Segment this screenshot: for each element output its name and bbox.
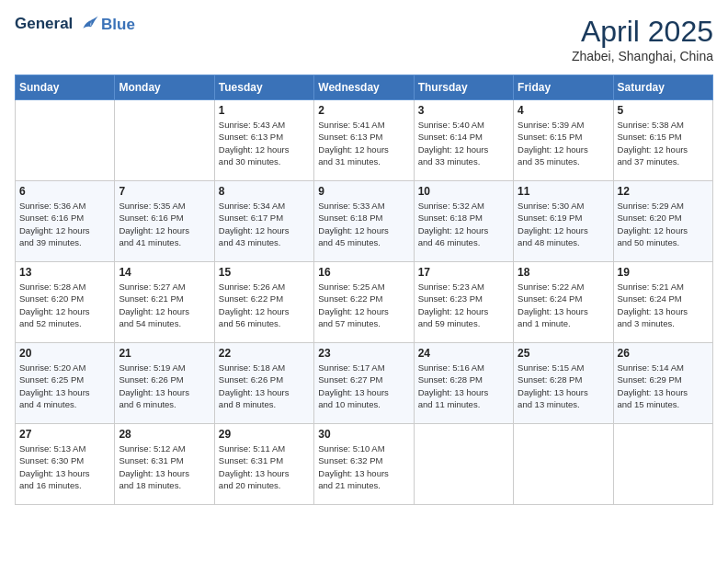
day-info-15: Sunrise: 5:26 AM Sunset: 6:22 PM Dayligh… [219, 281, 310, 329]
day-info-20: Sunrise: 5:20 AM Sunset: 6:25 PM Dayligh… [19, 362, 110, 410]
logo-text: General [15, 15, 99, 35]
title-block: April 2025 Zhabei, Shanghai, China [572, 15, 713, 63]
day-number-7: 7 [119, 185, 210, 198]
day-cell-23: 23Sunrise: 5:17 AM Sunset: 6:27 PM Dayli… [314, 343, 414, 424]
day-cell-2: 2Sunrise: 5:41 AM Sunset: 6:13 PM Daylig… [314, 100, 414, 181]
day-info-18: Sunrise: 5:22 AM Sunset: 6:24 PM Dayligh… [518, 281, 609, 329]
weekday-header-monday: Monday [115, 75, 214, 100]
day-cell-1: 1Sunrise: 5:43 AM Sunset: 6:13 PM Daylig… [214, 100, 313, 181]
day-cell-28: 28Sunrise: 5:12 AM Sunset: 6:31 PM Dayli… [115, 424, 214, 505]
day-cell-5: 5Sunrise: 5:38 AM Sunset: 6:15 PM Daylig… [613, 100, 712, 181]
day-number-21: 21 [119, 347, 210, 360]
day-number-18: 18 [518, 266, 609, 279]
day-cell-19: 19Sunrise: 5:21 AM Sunset: 6:24 PM Dayli… [613, 262, 712, 343]
day-info-7: Sunrise: 5:35 AM Sunset: 6:16 PM Dayligh… [119, 200, 210, 248]
day-cell-25: 25Sunrise: 5:15 AM Sunset: 6:28 PM Dayli… [514, 343, 613, 424]
day-cell-17: 17Sunrise: 5:23 AM Sunset: 6:23 PM Dayli… [414, 262, 513, 343]
day-cell-20: 20Sunrise: 5:20 AM Sunset: 6:25 PM Dayli… [16, 343, 115, 424]
day-number-27: 27 [19, 428, 110, 441]
day-info-8: Sunrise: 5:34 AM Sunset: 6:17 PM Dayligh… [219, 200, 310, 248]
day-cell-11: 11Sunrise: 5:30 AM Sunset: 6:19 PM Dayli… [514, 181, 613, 262]
day-number-14: 14 [119, 266, 210, 279]
day-info-1: Sunrise: 5:43 AM Sunset: 6:13 PM Dayligh… [219, 119, 310, 167]
day-cell-empty [613, 424, 712, 505]
week-row-4: 20Sunrise: 5:20 AM Sunset: 6:25 PM Dayli… [16, 343, 713, 424]
day-info-9: Sunrise: 5:33 AM Sunset: 6:18 PM Dayligh… [318, 200, 409, 248]
day-info-10: Sunrise: 5:32 AM Sunset: 6:18 PM Dayligh… [418, 200, 509, 248]
day-number-16: 16 [318, 266, 409, 279]
day-info-19: Sunrise: 5:21 AM Sunset: 6:24 PM Dayligh… [618, 281, 709, 329]
day-cell-7: 7Sunrise: 5:35 AM Sunset: 6:16 PM Daylig… [115, 181, 214, 262]
day-cell-21: 21Sunrise: 5:19 AM Sunset: 6:26 PM Dayli… [115, 343, 214, 424]
weekday-header-sunday: Sunday [16, 75, 115, 100]
day-number-20: 20 [19, 347, 110, 360]
day-info-21: Sunrise: 5:19 AM Sunset: 6:26 PM Dayligh… [119, 362, 210, 410]
day-cell-24: 24Sunrise: 5:16 AM Sunset: 6:28 PM Dayli… [414, 343, 513, 424]
day-info-3: Sunrise: 5:40 AM Sunset: 6:14 PM Dayligh… [418, 119, 509, 167]
day-info-30: Sunrise: 5:10 AM Sunset: 6:32 PM Dayligh… [318, 442, 409, 491]
location-text: Zhabei, Shanghai, China [572, 49, 713, 63]
day-cell-3: 3Sunrise: 5:40 AM Sunset: 6:14 PM Daylig… [414, 100, 513, 181]
logo: General Blue [15, 15, 135, 35]
calendar-table: SundayMondayTuesdayWednesdayThursdayFrid… [15, 75, 713, 505]
day-cell-12: 12Sunrise: 5:29 AM Sunset: 6:20 PM Dayli… [613, 181, 712, 262]
day-cell-empty [115, 100, 214, 181]
day-cell-10: 10Sunrise: 5:32 AM Sunset: 6:18 PM Dayli… [414, 181, 513, 262]
day-number-26: 26 [618, 347, 709, 360]
day-info-12: Sunrise: 5:29 AM Sunset: 6:20 PM Dayligh… [618, 200, 709, 248]
day-cell-30: 30Sunrise: 5:10 AM Sunset: 6:32 PM Dayli… [314, 424, 414, 505]
day-cell-6: 6Sunrise: 5:36 AM Sunset: 6:16 PM Daylig… [16, 181, 115, 262]
week-row-5: 27Sunrise: 5:13 AM Sunset: 6:30 PM Dayli… [16, 424, 713, 505]
week-row-3: 13Sunrise: 5:28 AM Sunset: 6:20 PM Dayli… [16, 262, 713, 343]
day-number-22: 22 [219, 347, 310, 360]
day-info-13: Sunrise: 5:28 AM Sunset: 6:20 PM Dayligh… [19, 281, 110, 329]
day-number-23: 23 [318, 347, 409, 360]
day-number-29: 29 [219, 428, 310, 441]
weekday-header-wednesday: Wednesday [314, 75, 414, 100]
day-info-22: Sunrise: 5:18 AM Sunset: 6:26 PM Dayligh… [219, 362, 310, 410]
day-info-6: Sunrise: 5:36 AM Sunset: 6:16 PM Dayligh… [19, 200, 110, 248]
weekday-header-tuesday: Tuesday [214, 75, 313, 100]
day-cell-empty [514, 424, 613, 505]
day-number-6: 6 [19, 185, 110, 198]
day-cell-empty [414, 424, 513, 505]
day-cell-16: 16Sunrise: 5:25 AM Sunset: 6:22 PM Dayli… [314, 262, 414, 343]
day-number-12: 12 [618, 185, 709, 198]
day-cell-18: 18Sunrise: 5:22 AM Sunset: 6:24 PM Dayli… [514, 262, 613, 343]
day-info-16: Sunrise: 5:25 AM Sunset: 6:22 PM Dayligh… [318, 281, 409, 329]
day-number-17: 17 [418, 266, 509, 279]
month-title: April 2025 [572, 15, 713, 49]
page-header: General Blue April 2025 Zhabei, Shanghai… [15, 15, 713, 63]
day-cell-empty [16, 100, 115, 181]
day-cell-13: 13Sunrise: 5:28 AM Sunset: 6:20 PM Dayli… [16, 262, 115, 343]
day-info-5: Sunrise: 5:38 AM Sunset: 6:15 PM Dayligh… [618, 119, 709, 167]
day-info-14: Sunrise: 5:27 AM Sunset: 6:21 PM Dayligh… [119, 281, 210, 329]
week-row-2: 6Sunrise: 5:36 AM Sunset: 6:16 PM Daylig… [16, 181, 713, 262]
day-cell-9: 9Sunrise: 5:33 AM Sunset: 6:18 PM Daylig… [314, 181, 414, 262]
day-cell-4: 4Sunrise: 5:39 AM Sunset: 6:15 PM Daylig… [514, 100, 613, 181]
weekday-header-row: SundayMondayTuesdayWednesdayThursdayFrid… [16, 75, 713, 100]
day-cell-22: 22Sunrise: 5:18 AM Sunset: 6:26 PM Dayli… [214, 343, 313, 424]
weekday-header-friday: Friday [514, 75, 613, 100]
day-cell-27: 27Sunrise: 5:13 AM Sunset: 6:30 PM Dayli… [16, 424, 115, 505]
day-number-30: 30 [318, 428, 409, 441]
day-cell-29: 29Sunrise: 5:11 AM Sunset: 6:31 PM Dayli… [214, 424, 313, 505]
logo-bird-icon [79, 15, 99, 35]
day-info-26: Sunrise: 5:14 AM Sunset: 6:29 PM Dayligh… [618, 362, 709, 410]
day-info-4: Sunrise: 5:39 AM Sunset: 6:15 PM Dayligh… [518, 119, 609, 167]
day-info-23: Sunrise: 5:17 AM Sunset: 6:27 PM Dayligh… [318, 362, 409, 410]
day-info-17: Sunrise: 5:23 AM Sunset: 6:23 PM Dayligh… [418, 281, 509, 329]
day-cell-26: 26Sunrise: 5:14 AM Sunset: 6:29 PM Dayli… [613, 343, 712, 424]
day-cell-14: 14Sunrise: 5:27 AM Sunset: 6:21 PM Dayli… [115, 262, 214, 343]
day-info-29: Sunrise: 5:11 AM Sunset: 6:31 PM Dayligh… [219, 442, 310, 491]
day-info-28: Sunrise: 5:12 AM Sunset: 6:31 PM Dayligh… [119, 442, 210, 491]
day-info-11: Sunrise: 5:30 AM Sunset: 6:19 PM Dayligh… [518, 200, 609, 248]
day-info-24: Sunrise: 5:16 AM Sunset: 6:28 PM Dayligh… [418, 362, 509, 410]
day-number-8: 8 [219, 185, 310, 198]
day-cell-15: 15Sunrise: 5:26 AM Sunset: 6:22 PM Dayli… [214, 262, 313, 343]
day-number-9: 9 [318, 185, 409, 198]
weekday-header-saturday: Saturday [613, 75, 712, 100]
day-number-10: 10 [418, 185, 509, 198]
day-number-24: 24 [418, 347, 509, 360]
day-number-11: 11 [518, 185, 609, 198]
